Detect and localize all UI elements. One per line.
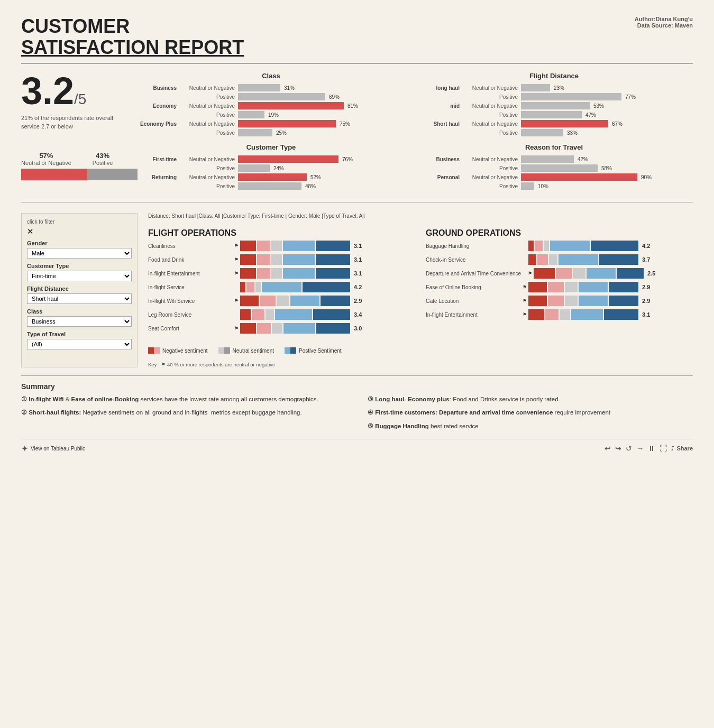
bar-row: Positive 10% [415,182,693,190]
ops-area: Distance: Short haul |Class: All |Custom… [148,213,693,367]
metric-row: Gate Location ⚑ 2.9 [426,296,693,306]
neg-sentiment: 57% Neutral or Negative [21,152,71,166]
customer-type-select[interactable]: First-time Returning (All) [27,271,132,281]
bar-row: Positive 33% [415,129,693,136]
bar-row: Positive 47% [415,111,693,118]
close-button[interactable]: ✕ [27,227,33,236]
score-denom: /5 [74,91,86,107]
score-panel: 3.2/5 21% of the respondents rate overal… [21,72,127,191]
bar-row: Positive 69% [132,93,410,100]
tableau-icon: ✦ [21,444,28,454]
summary-item-2: ② Short-haul flights: Negative sentimets… [21,408,346,417]
legend-neutral-label: Neutral sentiment [233,348,274,354]
neg-bar [21,169,87,180]
ops-row: FLIGHT OPERATIONS Cleanliness ⚑ [148,228,693,337]
travel-type-select[interactable]: (All) Business Personal [27,339,132,349]
bar-row: Personal Neutral or Negative 90% [415,173,693,181]
metric-row: Baggage Handling ⚑ 4.2 [426,241,693,251]
class-chart: Class Business Neutral or Negative 31% P… [132,72,410,138]
redo-icon[interactable]: ↪ [615,444,621,453]
flag-icon: ⚑ [234,243,239,248]
flag-icon: ⚑ [234,271,239,276]
class-select[interactable]: Business Economy Economy Plus (All) [27,316,132,327]
summary-section: Summary ① In-flight Wifi & Ease of onlin… [21,375,693,431]
bar-row: Economy Neutral or Negative 81% [132,102,410,109]
footer-left[interactable]: ✦ View on Tableau Public [21,444,85,454]
charts-area: Class Business Neutral or Negative 31% P… [132,72,693,191]
filter-class: Class Business Economy Economy Plus (All… [27,308,132,327]
share-label: Share [676,445,693,451]
datasource-line: Data Source: Maven [635,22,693,29]
metric-row: In-flight Service ⚑ 4.2 [148,282,415,292]
summary-item-3: ③ Long haul- Economy plus: Food and Drin… [368,395,693,404]
flight-distance-select[interactable]: Short haul mid long haul (All) [27,293,132,304]
bar-row: Short haul Neutral or Negative 67% [415,120,693,127]
bottom-section: click to filter ✕ Gender Male Female (Al… [21,213,693,367]
filter-panel: click to filter ✕ Gender Male Female (Al… [21,213,138,367]
tableau-link[interactable]: View on Tableau Public [31,446,85,451]
flag-icon: ⚑ [523,312,527,317]
flag-icon: ⚑ [234,257,239,262]
metric-row: Departure and Arrival Time Convenience ⚑… [426,268,693,279]
summary-col-right: ③ Long haul- Economy plus: Food and Drin… [368,395,693,431]
flag-icon: ⚑ [234,298,239,303]
sentiment-bar [21,169,138,180]
summary-item-4: ④ First-time customers: Departure and ar… [368,408,693,417]
bar-row: Returning Neutral or Negative 52% [132,173,410,181]
metric-row: In-flight Wifi Service ⚑ 2.9 [148,296,415,306]
score-value: 3.2 [21,70,74,112]
metric-row: Cleanliness ⚑ 3.1 [148,241,415,251]
footer-right: ↩ ↪ ↺ → ⏸ ⛶ ⤴ Share [605,444,693,453]
pause-icon[interactable]: ⏸ [648,444,655,453]
metric-row: In-flight Entertainment ⚑ 3.1 [148,268,415,279]
bar-row: mid Neutral or Negative 53% [415,102,693,109]
undo-icon[interactable]: ↩ [605,444,611,453]
flag-icon: ⚑ [234,326,239,331]
sentiment-row: 57% Neutral or Negative 43% Positive [21,152,127,166]
score-display: 3.2/5 [21,72,127,110]
header-meta: Author:Diana Kung'u Data Source: Maven [635,16,693,29]
metric-row: Check-in Service ⚑ 3.7 [426,254,693,265]
summary-item-5: ⑤ Buggage Handling best rated service [368,422,693,431]
metric-row: Leg Room Service ⚑ 3.4 [148,309,415,320]
legend-negative: Negative sentiment [148,347,208,354]
legend-neutral: Neutral sentiment [218,347,274,354]
ground-ops-chart: Baggage Handling ⚑ 4.2 [426,241,693,323]
bar-row: Positive 25% [132,129,410,136]
bar-row: Positive 24% [132,164,410,172]
reason-travel-chart: Reason for Travel Business Neutral or Ne… [415,143,693,191]
gender-select[interactable]: Male Female (All) [27,248,132,259]
summary-item-1: ① In-flight Wifi & Ease of online-Bookin… [21,395,346,404]
legend-key: Key : ⚑ 40 % or more respodents are neut… [148,362,693,367]
bar-row: Business Neutral or Negative 31% [132,84,410,91]
bar-row: long haul Neutral or Negative 23% [415,84,693,91]
share-icon: ⤴ [671,445,674,451]
pos-sentiment: 43% Positive [93,152,113,166]
summary-col-left: ① In-flight Wifi & Ease of online-Bookin… [21,395,346,431]
filter-customer-type: Customer Type First-time Returning (All) [27,263,132,281]
bar-row: Positive 58% [415,164,693,172]
metric-row: Food and Drink ⚑ 3.1 [148,254,415,265]
legend-positive-label: Postive Sentiment [299,348,342,354]
fullscreen-icon[interactable]: ⛶ [660,444,667,453]
metric-row: Seat Comfort ⚑ 3.0 [148,323,415,334]
legend-positive: Postive Sentiment [285,347,342,354]
share-button[interactable]: ⤴ Share [671,445,693,451]
flag-icon: ⚑ [523,284,527,290]
author-line: Author:Diana Kung'u [635,16,693,22]
legend: Negative sentiment Neutral sentiment Pos… [148,347,693,354]
metric-row: Ease of Online Booking ⚑ 2.9 [426,282,693,292]
pos-bar [87,169,138,180]
summary-grid: ① In-flight Wifi & Ease of online-Bookin… [21,395,693,431]
flag-icon: ⚑ [523,298,527,303]
bar-row: Economy Plus Neutral or Negative 75% [132,120,410,127]
bar-row: Positive 48% [132,182,410,190]
flight-distance-chart: Flight Distance long haul Neutral or Neg… [415,72,693,138]
top-section: 3.2/5 21% of the respondents rate overal… [21,72,693,202]
title-line2: SATISFACTION REPORT [21,37,244,58]
forward-icon[interactable]: → [636,444,644,453]
flight-ops-panel: FLIGHT OPERATIONS Cleanliness ⚑ [148,228,415,337]
filter-travel-type: Type of Travel (All) Business Personal [27,331,132,349]
charts-row-2: Customer Type First-time Neutral or Nega… [132,143,693,191]
refresh-icon[interactable]: ↺ [626,444,632,453]
